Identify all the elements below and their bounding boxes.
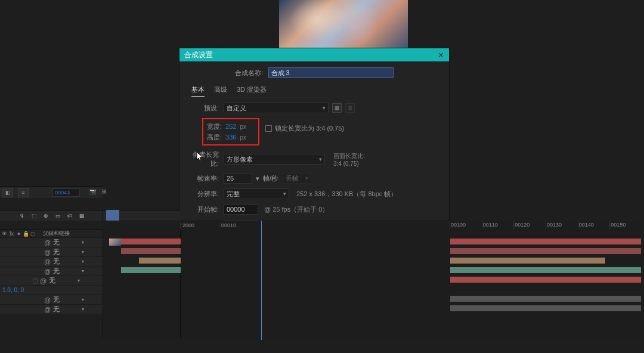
width-height-highlight: 宽度: 252 px 高度: 336 px: [202, 118, 259, 145]
timeline-tracks[interactable]: [103, 229, 642, 339]
preset-label: 预设:: [190, 104, 224, 113]
clip-bar[interactable]: [121, 248, 181, 254]
dialog-titlebar[interactable]: 合成设置 ✕: [179, 48, 449, 61]
tool-icon[interactable]: 🏷: [66, 212, 74, 220]
layer-row[interactable]: @ 无▾: [0, 266, 103, 275]
pickwhip-icon[interactable]: @: [44, 296, 51, 304]
tool-icon[interactable]: ▭: [54, 212, 62, 220]
layer-list: @ 无▾ @ 无▾ @ 无▾ @ 无▾ ⬚@ 无▾: [0, 237, 103, 285]
transform-value[interactable]: 1.0, 0, 0: [0, 285, 103, 295]
height-label: 高度:: [207, 133, 222, 142]
pickwhip-icon[interactable]: @: [44, 268, 51, 275]
cube-icon: ⬚: [32, 277, 38, 284]
tool-icon[interactable]: ≡: [18, 188, 29, 197]
tool-icon[interactable]: ⊕: [42, 212, 50, 220]
delete-preset-icon: 🗑: [345, 103, 355, 113]
chevron-down-icon: ▾: [319, 156, 322, 162]
frame-aspect-value: 3:4 (0.75): [333, 160, 365, 167]
layer-row[interactable]: @ 无▾: [0, 295, 103, 304]
layer-row[interactable]: ⬚@ 无▾: [0, 275, 103, 285]
playhead-indicator[interactable]: [106, 210, 119, 221]
pickwhip-icon[interactable]: @: [40, 277, 47, 284]
playhead-line[interactable]: [261, 221, 262, 340]
clip-bar[interactable]: [450, 239, 641, 244]
lock-aspect-label: 锁定长宽比为 3:4 (0.75): [275, 124, 344, 133]
start-timecode-input[interactable]: [224, 205, 258, 215]
clip-bar[interactable]: [139, 258, 181, 264]
fx-icon: fx: [8, 231, 15, 237]
chevron-down-icon: ▾: [305, 175, 308, 181]
resolution-info: 252 x 336，330 KB（每 8bpc 帧）: [296, 190, 397, 199]
clip-bar[interactable]: [450, 258, 605, 264]
pickwhip-icon[interactable]: @: [44, 249, 51, 256]
clip-bar[interactable]: [450, 248, 641, 254]
chevron-down-icon: ▾: [283, 191, 286, 197]
comp-name-input[interactable]: [268, 67, 394, 78]
chevron-down-icon[interactable]: ▾: [82, 259, 84, 264]
lock-icon: 🔒: [23, 231, 29, 237]
tool-icon[interactable]: ◧: [2, 188, 13, 197]
tool-icon[interactable]: ▦: [78, 212, 86, 220]
start-timecode-label: 开始帧:: [190, 205, 224, 214]
lock-aspect-checkbox[interactable]: [265, 125, 272, 132]
layer-thumbnail: [109, 239, 121, 246]
dropframe-select: 丢帧 ▾: [283, 173, 311, 184]
height-value[interactable]: 336: [225, 134, 236, 141]
resolution-select[interactable]: 完整 ▾: [224, 188, 289, 199]
composition-preview: [279, 0, 408, 50]
toolbar-row-1: ◧ ≡: [0, 186, 103, 198]
chevron-down-icon: ▾: [323, 105, 326, 111]
pixel-aspect-label: 像素长宽比:: [190, 150, 224, 168]
fps-label: 帧速率:: [190, 174, 224, 183]
pickwhip-icon[interactable]: @: [44, 258, 51, 265]
layer-row[interactable]: @ 无▾: [0, 237, 103, 247]
clip-bar[interactable]: [450, 305, 641, 311]
layer-list-b: @ 无▾ @ 无▾: [0, 295, 103, 314]
tab-3d-renderer[interactable]: 3D 渲染器: [237, 85, 267, 97]
start-info: @ 25 fps（开始于 0）: [264, 205, 329, 214]
grid-icon[interactable]: ⊞: [100, 187, 109, 196]
layer-row[interactable]: @ 无▾: [0, 247, 103, 256]
solo-icon: ●: [16, 231, 22, 237]
width-value[interactable]: 252: [225, 123, 236, 130]
fps-unit: 帧/秒: [263, 174, 278, 183]
save-preset-icon[interactable]: ▦: [332, 103, 342, 113]
layer-panel-header: 👁 fx ● 🔒 ▢ 父级和链接: [0, 229, 103, 237]
chevron-down-icon[interactable]: ▾: [82, 240, 84, 245]
tool-icon[interactable]: ⬚: [30, 212, 38, 220]
eye-icon: 👁: [1, 231, 8, 237]
time-ruler-right[interactable]: 00100 00110 00120 00130 00140 00150: [450, 221, 642, 229]
tool-icon[interactable]: ↯: [18, 212, 26, 220]
tab-advanced[interactable]: 高级: [214, 85, 227, 97]
layer-row[interactable]: @ 无▾: [0, 256, 103, 266]
parent-column-header: 父级和链接: [43, 230, 70, 237]
pixel-aspect-select[interactable]: 方形像素 ▾: [224, 154, 325, 165]
chevron-down-icon[interactable]: ▾: [82, 249, 84, 255]
layer-row[interactable]: @ 无▾: [0, 304, 103, 314]
chevron-down-icon[interactable]: ▾: [256, 175, 259, 182]
tabs: 基本 高级 3D 渲染器: [190, 85, 438, 97]
tab-basic[interactable]: 基本: [191, 85, 205, 97]
chevron-down-icon[interactable]: ▾: [82, 297, 84, 302]
toolbar-row-2: ↯ ⬚ ⊕ ▭ 🏷 ▦: [0, 210, 103, 221]
clip-bar[interactable]: [121, 267, 181, 273]
clip-bar[interactable]: [450, 296, 641, 302]
dialog-title: 合成设置: [184, 50, 213, 60]
clip-bar[interactable]: [450, 277, 641, 283]
close-icon[interactable]: ✕: [438, 51, 444, 60]
fps-select[interactable]: 25: [224, 173, 252, 184]
comp-name-label: 合成名称:: [235, 69, 268, 78]
chevron-down-icon[interactable]: ▾: [78, 278, 80, 283]
chevron-down-icon[interactable]: ▾: [82, 268, 84, 274]
frame-aspect-label: 画面长宽比:: [333, 152, 365, 160]
clip-bar[interactable]: [121, 239, 181, 244]
pickwhip-icon[interactable]: @: [44, 306, 51, 313]
pickwhip-icon[interactable]: @: [44, 239, 51, 246]
label-icon: ▢: [30, 231, 36, 237]
resolution-label: 分辨率:: [190, 190, 224, 199]
camera-icon[interactable]: 📷: [88, 187, 97, 196]
clip-bar[interactable]: [450, 267, 641, 273]
current-timecode[interactable]: 00043: [52, 188, 80, 197]
preset-select[interactable]: 自定义 ▾: [224, 103, 329, 113]
chevron-down-icon[interactable]: ▾: [82, 306, 84, 312]
